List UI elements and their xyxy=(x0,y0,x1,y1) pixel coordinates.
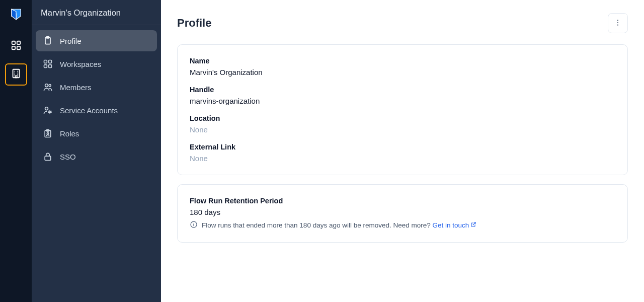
external-link-icon xyxy=(470,221,476,229)
sidebar-item-profile[interactable]: Profile xyxy=(36,30,157,51)
sidebar-nav: Profile Workspaces Members xyxy=(32,25,161,172)
svg-rect-16 xyxy=(44,65,47,68)
svg-rect-11 xyxy=(15,76,17,78)
field-label: Handle xyxy=(190,86,615,94)
lock-icon xyxy=(43,152,53,162)
kebab-icon xyxy=(614,19,622,28)
sidebar-item-label: Service Accounts xyxy=(60,106,118,115)
svg-rect-3 xyxy=(17,46,20,49)
sidebar-item-members[interactable]: Members xyxy=(36,77,157,98)
sidebar-item-label: Workspaces xyxy=(60,60,101,68)
sidebar-item-sso[interactable]: SSO xyxy=(36,146,157,167)
field-value: None xyxy=(190,154,615,163)
svg-rect-2 xyxy=(12,46,15,49)
sidebar-item-label: Members xyxy=(60,83,92,92)
info-icon xyxy=(190,220,198,230)
sidebar-title: Marvin's Organization xyxy=(32,0,161,25)
gear-user-icon xyxy=(43,105,53,115)
svg-point-21 xyxy=(49,111,51,113)
svg-point-28 xyxy=(617,24,618,25)
retention-value: 180 days xyxy=(190,208,615,216)
retention-card: Flow Run Retention Period 180 days Flow … xyxy=(177,184,628,243)
id-badge-icon xyxy=(43,128,53,138)
field-value: Marvin's Organization xyxy=(190,68,615,77)
building-icon xyxy=(11,68,22,81)
field-label: Location xyxy=(190,114,615,122)
clipboard-icon xyxy=(43,36,53,46)
field-external-link: External Link None xyxy=(190,143,615,163)
icon-rail xyxy=(0,0,32,302)
rail-item-organization[interactable] xyxy=(5,63,27,86)
svg-point-24 xyxy=(47,132,48,134)
link-text: Get in touch xyxy=(433,221,469,229)
sidebar-item-label: Roles xyxy=(60,129,79,138)
sidebar-item-workspaces[interactable]: Workspaces xyxy=(36,53,157,74)
grid-icon xyxy=(43,59,53,69)
sidebar-item-roles[interactable]: Roles xyxy=(36,123,157,144)
sidebar-item-label: Profile xyxy=(60,37,82,45)
svg-rect-4 xyxy=(13,69,19,78)
more-actions-button[interactable] xyxy=(608,13,628,33)
sidebar: Marvin's Organization Profile Workspaces xyxy=(32,0,161,302)
get-in-touch-link[interactable]: Get in touch xyxy=(433,221,477,229)
sidebar-item-service-accounts[interactable]: Service Accounts xyxy=(36,100,157,121)
profile-card: Name Marvin's Organization Handle marvin… xyxy=(177,44,628,175)
field-value: marvins-organization xyxy=(190,97,615,105)
app-logo xyxy=(9,8,23,24)
field-location: Location None xyxy=(190,114,615,134)
svg-point-20 xyxy=(45,107,48,110)
svg-rect-15 xyxy=(49,60,52,63)
field-label: Name xyxy=(190,57,615,65)
field-handle: Handle marvins-organization xyxy=(190,86,615,105)
grid-icon xyxy=(11,40,22,53)
svg-rect-25 xyxy=(45,156,51,160)
svg-point-26 xyxy=(617,20,618,21)
svg-rect-17 xyxy=(49,65,52,68)
field-label: External Link xyxy=(190,143,615,151)
svg-rect-14 xyxy=(44,60,47,63)
svg-rect-0 xyxy=(12,41,15,44)
page-header: Profile xyxy=(177,13,628,33)
retention-title: Flow Run Retention Period xyxy=(190,197,615,205)
field-value: None xyxy=(190,125,615,134)
users-icon xyxy=(43,82,53,92)
svg-point-18 xyxy=(45,84,48,87)
page-title: Profile xyxy=(177,17,211,30)
svg-point-19 xyxy=(49,85,51,87)
retention-info-text-content: Flow runs that ended more than 180 days … xyxy=(202,221,433,229)
svg-point-27 xyxy=(617,22,618,23)
main-content: Profile Name Marvin's Organization Handl… xyxy=(161,0,644,302)
rail-item-workspaces[interactable] xyxy=(5,35,27,57)
retention-info: Flow runs that ended more than 180 days … xyxy=(190,220,615,230)
retention-info-text: Flow runs that ended more than 180 days … xyxy=(202,221,476,229)
sidebar-item-label: SSO xyxy=(60,153,76,161)
field-name: Name Marvin's Organization xyxy=(190,57,615,77)
svg-rect-1 xyxy=(17,41,20,44)
